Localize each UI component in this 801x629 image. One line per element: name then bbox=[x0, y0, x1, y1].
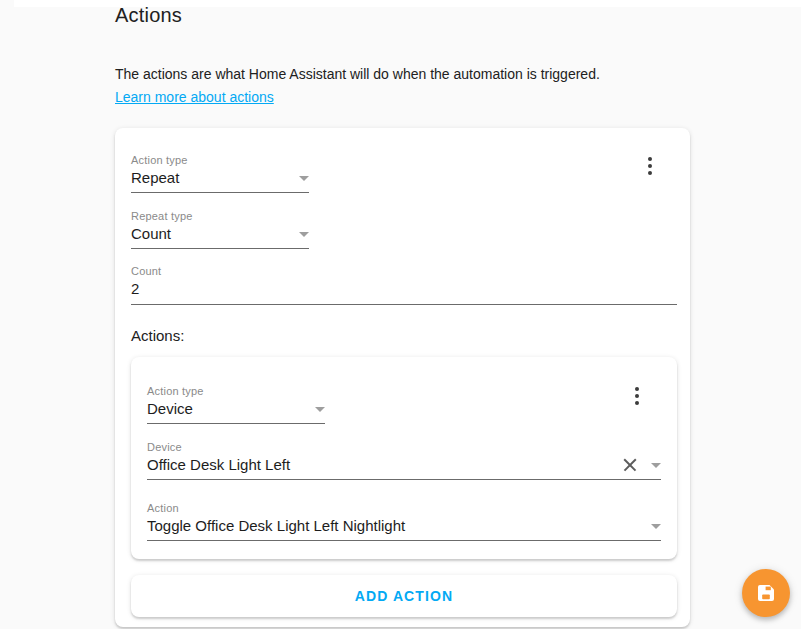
repeat-type-select[interactable]: Repeat type Count bbox=[131, 210, 309, 249]
device-value: Office Desk Light Left bbox=[147, 456, 290, 474]
add-action-button-label: ADD ACTION bbox=[355, 588, 453, 604]
caret-down-icon bbox=[651, 463, 661, 468]
learn-more-link[interactable]: Learn more about actions bbox=[115, 89, 274, 105]
save-icon bbox=[755, 582, 777, 604]
repeat-action-card: Action type Repeat Repeat type Count Cou… bbox=[115, 128, 690, 627]
add-action-button[interactable]: ADD ACTION bbox=[131, 575, 677, 617]
page-title: Actions bbox=[115, 2, 690, 28]
action-type-select[interactable]: Action type Repeat bbox=[131, 154, 309, 193]
x-icon[interactable] bbox=[623, 458, 637, 472]
count-field: Count bbox=[131, 265, 677, 305]
nested-actions-heading: Actions: bbox=[131, 327, 677, 345]
device-label: Device bbox=[147, 441, 661, 454]
nested-action-type-select[interactable]: Action type Device bbox=[147, 385, 325, 424]
action-type-label: Action type bbox=[131, 154, 309, 167]
device-action-picker[interactable]: Action Toggle Office Desk Light Left Nig… bbox=[147, 502, 661, 541]
nested-action-type-label: Action type bbox=[147, 385, 325, 398]
repeat-type-label: Repeat type bbox=[131, 210, 309, 223]
repeat-type-value: Count bbox=[131, 225, 171, 243]
nested-action-type-value: Device bbox=[147, 400, 193, 418]
caret-down-icon bbox=[315, 407, 325, 412]
device-picker[interactable]: Device Office Desk Light Left bbox=[147, 441, 661, 480]
caret-down-icon bbox=[651, 524, 661, 529]
action-type-value: Repeat bbox=[131, 169, 179, 187]
kebab-menu-icon[interactable] bbox=[640, 155, 660, 177]
caret-down-icon bbox=[299, 176, 309, 181]
count-input[interactable] bbox=[131, 278, 677, 305]
device-action-label: Action bbox=[147, 502, 661, 515]
actions-section: Actions The actions are what Home Assist… bbox=[115, 0, 690, 627]
caret-down-icon bbox=[299, 232, 309, 237]
device-action-value: Toggle Office Desk Light Left Nightlight bbox=[147, 517, 405, 535]
device-action-card: Action type Device Device Office Desk Li… bbox=[131, 357, 677, 559]
save-button[interactable] bbox=[742, 569, 790, 617]
count-label: Count bbox=[131, 265, 677, 278]
section-description: The actions are what Home Assistant will… bbox=[115, 64, 690, 84]
kebab-menu-icon[interactable] bbox=[627, 385, 647, 407]
